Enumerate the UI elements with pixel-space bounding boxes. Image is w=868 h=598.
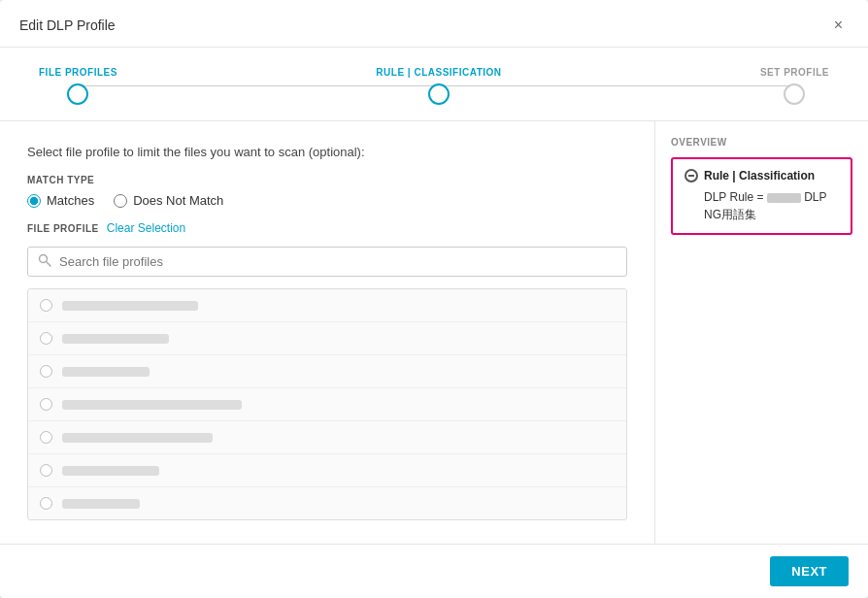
profile-radio <box>40 299 52 312</box>
profile-text <box>62 334 169 344</box>
step-circle-set-profile <box>784 83 805 105</box>
main-description: Select file profile to limit the files y… <box>27 145 627 159</box>
radio-does-not-match[interactable]: Does Not Match <box>114 193 223 208</box>
radio-matches-label: Matches <box>47 193 94 208</box>
match-type-label: MATCH TYPE <box>27 175 627 185</box>
overview-card: Rule | Classification DLP Rule = DLP NG用… <box>671 157 852 235</box>
redacted-value <box>767 193 801 203</box>
list-item[interactable] <box>28 388 626 421</box>
radio-does-not-match-label: Does Not Match <box>133 193 223 208</box>
overview-card-body: DLP Rule = DLP NG用語集 <box>684 188 839 223</box>
minus-bar <box>688 175 694 177</box>
step-set-profile[interactable]: SET PROFILE <box>760 67 829 105</box>
close-button[interactable]: × <box>828 16 849 35</box>
svg-line-1 <box>47 262 50 266</box>
profile-text <box>62 466 159 476</box>
profile-radio <box>40 431 52 444</box>
match-type-row: Matches Does Not Match <box>27 193 627 208</box>
list-item[interactable] <box>28 421 626 454</box>
steps-bar: FILE PROFILES RULE | CLASSIFICATION SET … <box>0 48 868 121</box>
edit-dlp-dialog: Edit DLP Profile × FILE PROFILES RULE | … <box>0 0 868 598</box>
list-item[interactable] <box>28 289 626 322</box>
profile-text <box>62 367 150 377</box>
profile-radio <box>40 398 52 411</box>
content-area: Select file profile to limit the files y… <box>0 121 868 544</box>
profile-radio <box>40 365 52 378</box>
profiles-list <box>27 288 627 520</box>
search-input[interactable] <box>59 254 617 269</box>
step-file-profiles[interactable]: FILE PROFILES <box>39 67 117 105</box>
dialog-title: Edit DLP Profile <box>19 17 116 33</box>
step-label-set-profile: SET PROFILE <box>760 67 829 78</box>
dialog-header: Edit DLP Profile × <box>0 0 868 48</box>
dialog-footer: NEXT <box>0 544 868 598</box>
minus-icon <box>684 169 698 183</box>
overview-card-header: Rule | Classification <box>684 169 839 183</box>
step-rule-classification[interactable]: RULE | CLASSIFICATION <box>376 67 501 105</box>
list-item[interactable] <box>28 322 626 355</box>
side-panel: OVERVIEW Rule | Classification DLP Rule … <box>654 121 868 544</box>
search-box[interactable] <box>27 247 627 277</box>
next-button[interactable]: NEXT <box>770 556 849 586</box>
profile-radio <box>40 332 52 345</box>
step-label-rule-classification: RULE | CLASSIFICATION <box>376 67 501 78</box>
file-profile-row: FILE PROFILE Clear Selection <box>27 221 627 235</box>
main-panel: Select file profile to limit the files y… <box>0 121 654 544</box>
list-item[interactable] <box>28 454 626 487</box>
radio-matches[interactable]: Matches <box>27 193 94 208</box>
overview-label: OVERVIEW <box>671 137 852 148</box>
overview-body-prefix: DLP Rule = <box>704 190 767 204</box>
profile-radio <box>40 464 52 477</box>
list-item[interactable] <box>28 487 626 519</box>
profile-text <box>62 499 140 509</box>
profile-text <box>62 301 198 311</box>
clear-selection-link[interactable]: Clear Selection <box>107 221 185 235</box>
profile-radio <box>40 497 52 510</box>
search-icon <box>38 253 51 270</box>
overview-card-title: Rule | Classification <box>704 169 815 183</box>
profile-text <box>62 433 213 443</box>
radio-does-not-match-input[interactable] <box>114 194 127 208</box>
file-profile-label: FILE PROFILE <box>27 223 99 234</box>
profile-text <box>62 400 242 410</box>
list-item[interactable] <box>28 355 626 388</box>
radio-matches-input[interactable] <box>27 194 41 208</box>
step-label-file-profiles: FILE PROFILES <box>39 67 117 78</box>
step-circle-file-profiles <box>67 83 88 105</box>
step-circle-rule-classification <box>428 83 450 105</box>
